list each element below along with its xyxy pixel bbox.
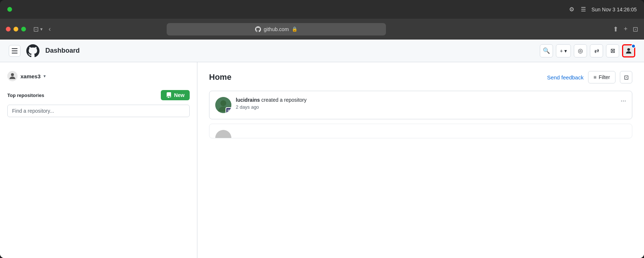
create-btn[interactable]: + ▾ bbox=[556, 44, 571, 57]
pull-requests-btn[interactable]: ⇄ bbox=[590, 44, 603, 57]
inbox-btn[interactable]: ⊠ bbox=[606, 44, 619, 57]
svg-point-0 bbox=[627, 48, 630, 51]
dropdown-chevron-icon: ▾ bbox=[40, 26, 43, 32]
activity-row: lucidrains created a repository 2 days a… bbox=[215, 97, 626, 113]
left-sidebar: xames3 ▾ Top repositories New bbox=[0, 62, 197, 258]
system-time: Sun Nov 3 14:26:05 bbox=[591, 7, 637, 12]
github-top-nav: Dashboard 🔍 + ▾ ◎ ⇄ ⊠ bbox=[0, 40, 644, 62]
address-bar[interactable]: github.com 🔒 bbox=[167, 23, 386, 35]
layout-icon: ⊡ bbox=[624, 74, 629, 81]
sidebar-toggle-icon: ⊡ bbox=[33, 25, 39, 33]
activity-text: lucidrains created a repository bbox=[236, 97, 616, 103]
wifi-icon: ☰ bbox=[580, 6, 587, 13]
browser-sidebar-toggle[interactable]: ⊡ ▾ bbox=[33, 25, 43, 33]
new-button-label: New bbox=[174, 92, 185, 98]
title-bar-right: ⚙ ☰ Sun Nov 3 14:26:05 bbox=[568, 6, 637, 13]
hamburger-line-3 bbox=[12, 53, 18, 53]
share-icon[interactable]: ⬆ bbox=[613, 25, 618, 33]
nav-page-title: Dashboard bbox=[45, 47, 80, 55]
hamburger-menu-btn[interactable] bbox=[9, 45, 20, 57]
activity-info: lucidrains created a repository 2 days a… bbox=[236, 97, 616, 110]
github-page: Dashboard 🔍 + ▾ ◎ ⇄ ⊠ bbox=[0, 40, 644, 258]
activity-card: lucidrains created a repository 2 days a… bbox=[209, 91, 632, 119]
sidebar-user: xames3 ▾ bbox=[7, 71, 190, 81]
search-btn[interactable]: 🔍 bbox=[540, 44, 553, 57]
filter-icon: ≡ bbox=[594, 74, 596, 80]
feed-header: Home Send feedback ≡ Filter ⊡ bbox=[209, 71, 632, 83]
feed-actions: Send feedback ≡ Filter ⊡ bbox=[547, 71, 632, 83]
nav-actions: 🔍 + ▾ ◎ ⇄ ⊠ bbox=[540, 44, 635, 57]
user-avatar-btn[interactable] bbox=[622, 44, 635, 57]
macos-title-bar: ⚙ ☰ Sun Nov 3 14:26:05 bbox=[0, 0, 644, 19]
copilot-icon: ◎ bbox=[578, 47, 583, 54]
search-icon: 🔍 bbox=[543, 47, 550, 54]
svg-point-3 bbox=[220, 100, 226, 106]
svg-rect-5 bbox=[228, 110, 230, 111]
home-feed: Home Send feedback ≡ Filter ⊡ bbox=[197, 62, 644, 258]
browser-back-btn[interactable]: ‹ bbox=[49, 25, 51, 33]
new-repo-button[interactable]: New bbox=[161, 90, 190, 100]
filter-button[interactable]: ≡ Filter bbox=[588, 71, 615, 83]
github-favicon bbox=[255, 26, 261, 32]
find-repo-input[interactable] bbox=[7, 105, 190, 117]
feed-title: Home bbox=[209, 72, 231, 82]
github-logo bbox=[26, 44, 39, 57]
plus-icon: + bbox=[560, 48, 563, 54]
back-arrow-icon: ‹ bbox=[49, 25, 51, 33]
title-bar-left bbox=[7, 7, 12, 12]
activity-menu-btn[interactable]: ··· bbox=[621, 97, 626, 105]
repo-badge-icon bbox=[227, 109, 231, 112]
macos-dot-green bbox=[7, 7, 12, 12]
activity-card-2 bbox=[209, 124, 632, 138]
hamburger-line-1 bbox=[12, 48, 18, 49]
activity-avatar-2 bbox=[215, 130, 231, 138]
activity-time: 2 days ago bbox=[236, 104, 616, 110]
browser-window-controls bbox=[6, 27, 26, 31]
layout-toggle-button[interactable]: ⊡ bbox=[620, 71, 632, 83]
browser-chrome: ⊡ ▾ ‹ github.com 🔒 ⬆ + ⊡ bbox=[0, 19, 644, 40]
copilot-btn[interactable]: ◎ bbox=[574, 44, 587, 57]
settings-icon: ⚙ bbox=[568, 6, 575, 13]
send-feedback-button[interactable]: Send feedback bbox=[547, 74, 584, 81]
avatar-icon bbox=[625, 47, 633, 55]
top-repos-header: Top repositories New bbox=[7, 90, 190, 100]
user-avatar bbox=[7, 71, 18, 81]
top-repos-title: Top repositories bbox=[7, 93, 44, 98]
browser-minimize-btn[interactable] bbox=[14, 27, 18, 31]
user-dropdown-icon[interactable]: ▾ bbox=[43, 74, 46, 79]
new-repo-icon bbox=[166, 92, 172, 98]
lock-icon: 🔒 bbox=[292, 26, 298, 32]
pull-request-icon: ⇄ bbox=[594, 47, 599, 54]
username[interactable]: xames3 bbox=[20, 73, 41, 79]
activity-row-2 bbox=[215, 130, 626, 138]
browser-maximize-btn[interactable] bbox=[21, 27, 26, 31]
main-content: xames3 ▾ Top repositories New Home Send … bbox=[0, 62, 644, 258]
activity-user[interactable]: lucidrains bbox=[236, 97, 260, 103]
hamburger-icon bbox=[12, 48, 18, 53]
activity-avatar bbox=[215, 97, 231, 113]
browser-right-controls: ⬆ + ⊡ bbox=[613, 25, 638, 33]
activity-avatar-badge bbox=[226, 107, 231, 113]
new-tab-icon[interactable]: + bbox=[624, 25, 628, 33]
hamburger-line-2 bbox=[12, 51, 18, 51]
inbox-icon: ⊠ bbox=[610, 47, 615, 54]
tabs-icon[interactable]: ⊡ bbox=[633, 25, 638, 33]
address-text: github.com bbox=[264, 26, 289, 32]
svg-point-1 bbox=[11, 73, 14, 76]
create-dropdown-icon: ▾ bbox=[564, 48, 567, 54]
browser-close-btn[interactable] bbox=[6, 27, 11, 31]
activity-action: created a repository bbox=[261, 97, 307, 103]
filter-label: Filter bbox=[599, 74, 610, 80]
